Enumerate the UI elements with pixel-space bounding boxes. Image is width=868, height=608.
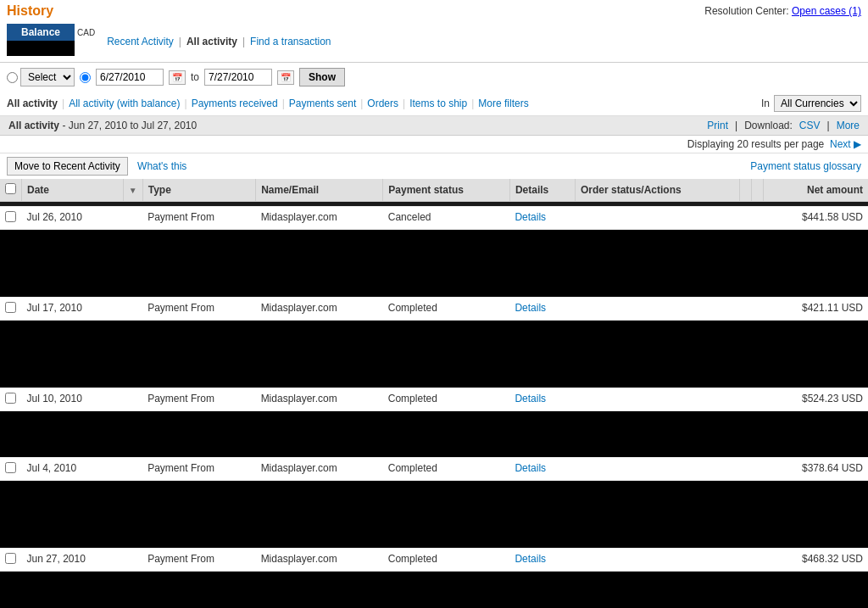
details-link[interactable]: Details [515,462,546,474]
radio-select-label[interactable]: Select [7,68,75,86]
find-transaction-link[interactable]: Find a transaction [250,36,331,47]
row-order-status [575,388,739,411]
print-link[interactable]: Print [707,120,728,131]
tab-payments-received[interactable]: Payments received [192,98,278,109]
header-net-amount: Net amount [763,179,868,202]
row-checkbox[interactable] [5,211,16,222]
show-button[interactable]: Show [299,68,345,86]
details-link[interactable]: Details [515,302,546,314]
tab-all-activity-balance[interactable]: All activity (with balance) [69,98,180,109]
header-payment-status: Payment status [383,179,510,202]
table-row: Jun 27, 2010Payment FromMidasplayer.comC… [0,549,868,572]
payment-glossary-link[interactable]: Payment status glossary [750,160,861,172]
row-net-amount: $468.32 USD [763,549,868,572]
row-date: Jul 4, 2010 [22,458,124,481]
row-checkbox[interactable] [5,462,16,473]
tab-payments-sent[interactable]: Payments sent [289,98,356,109]
more-filters-link[interactable]: More filters [478,98,528,109]
more-download-link[interactable]: More [837,120,860,131]
balance-button[interactable]: Balance [7,24,75,41]
balance-section: Balance CAD [7,24,95,59]
from-date-input[interactable] [96,69,164,86]
csv-download-link[interactable]: CSV [799,120,821,131]
header-details: Details [509,179,575,202]
row-type: Payment From [142,549,255,572]
row-date: Jul 26, 2010 [22,207,124,230]
displaying-text: Displaying 20 results per page [687,138,824,150]
table-row: Jul 4, 2010Payment FromMidasplayer.comCo… [0,458,868,481]
nav-bar: Balance CAD Recent Activity | All activi… [0,20,868,63]
row-payment-status: Completed [383,298,510,321]
tab-items-to-ship[interactable]: Items to ship [409,98,467,109]
next-link[interactable]: Next ▶ [830,138,861,150]
balance-currency: CAD [77,28,95,37]
radio-date-label[interactable] [80,72,91,83]
page-title: History [7,3,53,19]
row-checkbox[interactable] [5,553,16,564]
row-detail [0,321,868,388]
row-name: Midasplayer.com [256,549,383,572]
row-name: Midasplayer.com [256,458,383,481]
row-type: Payment From [142,298,255,321]
activity-filter-bar: All activity | All activity (with balanc… [0,92,868,116]
row-payment-status: Completed [383,549,510,572]
table-row: Jul 17, 2010Payment FromMidasplayer.comC… [0,298,868,321]
row-order-status [575,549,739,572]
table-row: Jul 26, 2010Payment FromMidasplayer.comC… [0,207,868,230]
table-header-row: Date ▼ Type Name/Email Payment status De… [0,179,868,202]
row-checkbox[interactable] [5,302,16,313]
header-sort[interactable]: ▼ [123,179,142,202]
details-link[interactable]: Details [515,393,546,404]
recent-activity-link[interactable]: Recent Activity [107,36,174,47]
tab-all-activity[interactable]: All activity [7,98,58,109]
select-all-checkbox[interactable] [5,183,16,194]
currency-section: In All Currencies [761,95,861,112]
open-cases-link[interactable]: Open cases (1) [792,5,861,17]
radio-select[interactable] [7,72,18,83]
row-order-status [575,458,739,481]
row-payment-status: Completed [383,458,510,481]
row-name: Midasplayer.com [256,298,383,321]
toolbar: Move to Recent Activity What's this Paym… [0,153,868,179]
row-net-amount: $441.58 USD [763,207,868,230]
move-to-recent-button[interactable]: Move to Recent Activity [7,157,128,176]
row-net-amount: $421.11 USD [763,298,868,321]
header-date: Date [22,179,124,202]
row-type: Payment From [142,388,255,411]
details-link[interactable]: Details [515,553,546,565]
row-date: Jun 27, 2010 [22,549,124,572]
filter-row: Select 📅 to 📅 Show [0,63,868,92]
row-net-amount: $524.23 USD [763,388,868,411]
results-actions: Print | Download: CSV | More [707,120,860,131]
header-order-status: Order status/Actions [575,179,739,202]
header-col9 [751,179,763,202]
filter-select[interactable]: Select [20,68,75,86]
balance-amount [7,41,75,56]
all-activity-nav: All activity [186,36,237,47]
row-net-amount: $378.64 USD [763,458,868,481]
table-row: Jul 10, 2010Payment FromMidasplayer.comC… [0,388,868,411]
whats-this-link[interactable]: What's this [137,160,186,172]
header-col8 [739,179,751,202]
row-payment-status: Canceled [383,207,510,230]
row-checkbox[interactable] [5,393,16,404]
currency-select[interactable]: All Currencies [774,95,861,112]
row-detail [0,481,868,549]
radio-date[interactable] [80,72,91,83]
results-title: All activity [8,120,59,131]
details-link[interactable]: Details [515,211,546,223]
transactions-table: Date ▼ Type Name/Email Payment status De… [0,179,868,608]
row-name: Midasplayer.com [256,207,383,230]
to-calendar-button[interactable]: 📅 [277,70,294,85]
pagination-bar: Displaying 20 results per page Next ▶ [0,136,868,153]
row-detail [0,411,868,458]
sort-icon[interactable]: ▼ [129,186,137,195]
row-order-status [575,207,739,230]
row-order-status [575,298,739,321]
row-detail [0,230,868,298]
header-name-email: Name/Email [256,179,383,202]
results-date-range: - Jun 27, 2010 to Jul 27, 2010 [62,120,197,131]
from-calendar-button[interactable]: 📅 [169,70,186,85]
tab-orders[interactable]: Orders [367,98,398,109]
to-date-input[interactable] [204,69,272,86]
